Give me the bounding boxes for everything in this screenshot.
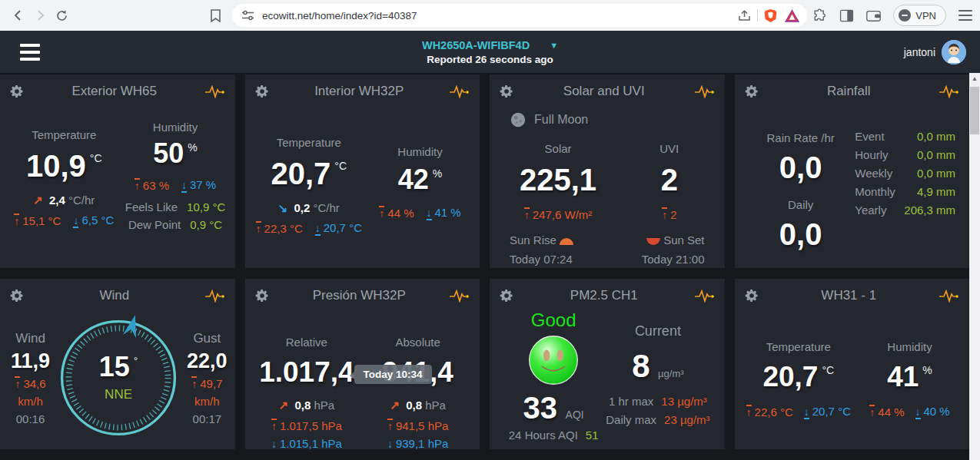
wind-compass: 15° NNE [50, 309, 187, 446]
humidity-min: 37 % [181, 178, 216, 193]
share-icon[interactable] [738, 9, 751, 22]
humidity-value: 42 [398, 164, 429, 195]
gear-icon[interactable] [499, 288, 514, 303]
app-menu-button[interactable] [20, 44, 40, 61]
wind-label: Wind [15, 331, 45, 346]
humidity-value: 41 [887, 361, 919, 392]
temperature-value: 20,7 [271, 157, 331, 190]
rain-weekly-value: 0,0 mm [917, 167, 955, 180]
solar-value: 225,1 [520, 163, 596, 197]
extensions-icon[interactable] [812, 8, 827, 23]
day-aqi: 24 Hours AQI 51 [509, 429, 599, 442]
daily-max-label: Daily max [606, 413, 656, 426]
reload-button[interactable] [51, 5, 72, 26]
temperature-trend: 2,4 °C/hr [33, 194, 95, 207]
gear-icon[interactable] [744, 288, 759, 303]
gear-icon[interactable] [254, 84, 270, 99]
rain-event-value: 0,0 mm [917, 130, 955, 143]
avatar[interactable] [942, 40, 966, 65]
min-arrow-icon [387, 438, 393, 449]
absolute-trend: 0,8 hPa [390, 399, 445, 412]
rain-stat-row: Event 0,0 mm [855, 130, 955, 143]
history-pulse-icon[interactable] [204, 85, 224, 98]
sunrise: Sun Rise Today 07:24 [510, 233, 573, 266]
card-solar-uvi: Solar and UVI Full Moon Solar 225,1 247,… [490, 74, 725, 268]
rain-hourly-value: 0,0 mm [917, 148, 955, 161]
app-header: WH2650A-WIFIBF4D ▼ Reported 26 seconds a… [0, 31, 980, 73]
browser-menu-button[interactable] [958, 10, 972, 21]
uvi-label: UVI [659, 142, 679, 155]
url-text[interactable]: ecowitt.net/home/index?id=40387 [262, 10, 738, 22]
rain-yearly-label: Yearly [855, 204, 886, 217]
device-selector[interactable]: WH2650A-WIFIBF4D ▼ [422, 39, 558, 51]
gear-icon[interactable] [254, 288, 270, 303]
humidity-min: 40 % [915, 405, 950, 419]
sunset: Sun Set Today 21:00 [642, 233, 705, 266]
humidity-unit: % [433, 167, 442, 180]
dew-point-value: 0,9 °C [190, 218, 222, 231]
rain-monthly-label: Monthly [855, 185, 895, 198]
humidity-label: Humidity [397, 145, 442, 158]
rain-monthly-value: 4,9 mm [917, 185, 955, 198]
wallet-icon[interactable] [866, 9, 881, 22]
min-arrow-icon [804, 406, 809, 419]
site-settings-icon[interactable] [241, 10, 254, 21]
card-title: PM2.5 CH1 [514, 288, 694, 303]
bookmark-icon[interactable] [204, 5, 226, 26]
scrollbar-track[interactable]: ▲ [969, 73, 980, 460]
aqi-status: Good [531, 309, 576, 331]
gear-icon[interactable] [499, 84, 514, 99]
history-pulse-icon[interactable] [694, 85, 714, 98]
history-pulse-icon[interactable] [449, 85, 469, 98]
browser-toolbar: ecowitt.net/home/index?id=40387 VPN [0, 0, 980, 31]
relative-label: Relative [286, 336, 327, 349]
max-arrow-icon [379, 206, 384, 219]
hr-max-label: 1 hr max [609, 395, 653, 408]
hr-max: 1 hr max 13 µg/m³ [609, 395, 707, 408]
wind-max-unit: km/h [18, 395, 43, 408]
card-pressure-wh32p: Presión WH32P Today 10:34 Relative 1.017… [245, 279, 480, 449]
gust-max-time: 00:17 [193, 412, 222, 425]
user-menu[interactable]: jantoni [904, 40, 966, 65]
min-arrow-icon [271, 438, 277, 449]
history-pulse-icon[interactable] [938, 290, 958, 303]
back-button[interactable] [8, 5, 29, 26]
history-pulse-icon[interactable] [938, 85, 958, 98]
max-arrow-icon [256, 221, 261, 234]
chevron-down-icon[interactable]: ▼ [550, 41, 558, 50]
device-name[interactable]: WH2650A-WIFIBF4D [422, 39, 530, 51]
humidity-value: 50 [153, 137, 184, 169]
wind-max-time: 00:16 [16, 412, 45, 425]
max-arrow-icon [191, 376, 197, 389]
solar-max: 247,6 W/m² [524, 207, 593, 221]
absolute-label: Absolute [395, 336, 440, 349]
sidebar-icon[interactable] [839, 8, 854, 23]
humidity-max: 44 % [869, 405, 904, 419]
history-pulse-icon[interactable] [204, 290, 224, 303]
gear-icon[interactable] [9, 84, 25, 99]
feels-like-label: Feels Like [125, 200, 178, 213]
wind-value: 11,9 [11, 351, 50, 372]
forward-button[interactable] [29, 5, 51, 26]
history-pulse-icon[interactable] [694, 290, 714, 303]
temperature-label: Temperature [277, 136, 341, 149]
history-pulse-icon[interactable] [449, 290, 469, 303]
card-title: Solar and UVI [514, 84, 694, 99]
rain-stat-row: Weekly 0,0 mm [855, 167, 955, 180]
address-bar[interactable]: ecowitt.net/home/index?id=40387 [232, 4, 807, 27]
card-rainfall: Rainfall Rain Rate /hr 0,0 Daily 0,0 Eve… [735, 74, 970, 268]
brave-rewards-bat-icon[interactable] [785, 9, 799, 22]
vpn-button[interactable]: VPN [893, 5, 946, 26]
temperature-unit: °C [822, 364, 834, 376]
username[interactable]: jantoni [904, 46, 935, 58]
rain-stat-row: Monthly 4,9 mm [855, 185, 955, 198]
vpn-status-icon [899, 9, 911, 22]
gear-icon[interactable] [9, 288, 25, 303]
wind-degrees: 15 [99, 351, 130, 382]
humidity-label: Humidity [887, 340, 932, 353]
scrollbar-thumb[interactable] [970, 87, 979, 134]
relative-value: 1.017,4 [259, 356, 354, 388]
gear-icon[interactable] [744, 84, 759, 99]
brave-shield-icon[interactable] [764, 8, 777, 23]
scrollbar-up-arrow[interactable]: ▲ [969, 73, 980, 84]
